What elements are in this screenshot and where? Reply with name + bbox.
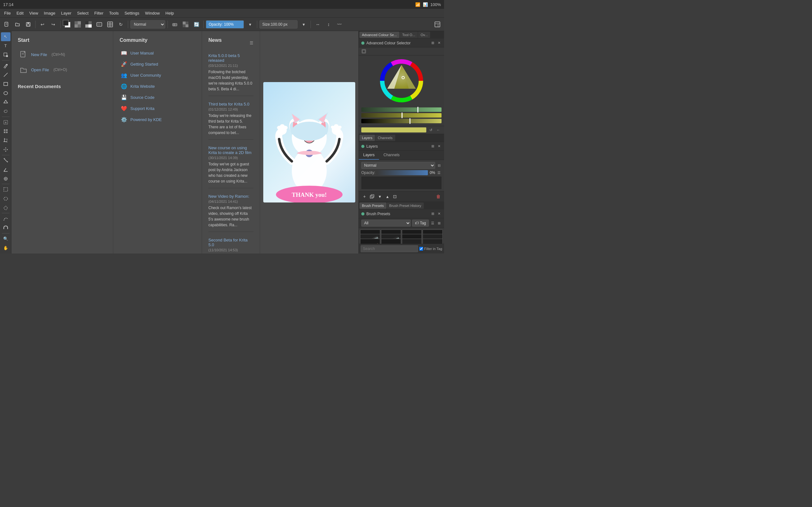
link-getting-started[interactable]: 🚀 Getting Started bbox=[119, 59, 195, 69]
gamut-triangle-icon[interactable] bbox=[361, 49, 366, 54]
news-title-1[interactable]: Third beta for Krita 5.0 bbox=[208, 102, 253, 107]
filter-layers-icon[interactable]: ⊟ bbox=[437, 163, 442, 168]
menu-settings[interactable]: Settings bbox=[122, 10, 142, 16]
news-panel[interactable]: News ☰ Krita 5.0.0 beta 5 released (03/1… bbox=[202, 31, 260, 253]
zoom-tool-btn[interactable]: 🔍 bbox=[1, 234, 10, 243]
crop-tool-btn[interactable] bbox=[1, 136, 10, 145]
foreground-color-btn[interactable] bbox=[63, 20, 72, 29]
news-title-0[interactable]: Krita 5.0.0 beta 5 released bbox=[208, 53, 253, 63]
move-layer-up-btn[interactable]: ▾ bbox=[376, 193, 384, 200]
elliptical-selection-btn[interactable] bbox=[1, 194, 10, 203]
layers-blend-mode-select[interactable]: Normal Multiply Screen bbox=[361, 162, 435, 169]
mirror-y-btn[interactable]: ↕ bbox=[324, 20, 334, 29]
contiguous-selection-btn[interactable] bbox=[1, 118, 10, 127]
opacity-slider[interactable] bbox=[377, 170, 428, 175]
channels-tab[interactable]: Channels bbox=[379, 151, 404, 160]
tag-btn[interactable]: 🏷 Tag bbox=[412, 220, 429, 227]
line-tool-btn[interactable] bbox=[1, 71, 10, 79]
pan-tool-btn[interactable]: ✋ bbox=[1, 243, 10, 252]
brush-preset-history-docker-tab[interactable]: Brush Preset History bbox=[387, 203, 424, 209]
close-brush-icon[interactable]: ✕ bbox=[437, 211, 442, 216]
refresh-colour-icon[interactable]: ↺ bbox=[427, 127, 434, 132]
tool-options-tab[interactable]: Tool O... bbox=[400, 32, 418, 38]
polygonal-selection-btn[interactable] bbox=[1, 204, 10, 212]
news-title-3[interactable]: New Video by Ramon: bbox=[208, 194, 253, 199]
news-title-2[interactable]: New course on using Krita to create a 2D… bbox=[208, 146, 253, 155]
smart-patch-btn[interactable] bbox=[1, 127, 10, 136]
pressure-btn[interactable]: 〰 bbox=[335, 20, 344, 29]
menu-filter[interactable]: Filter bbox=[92, 10, 106, 16]
brush-presets-docker-tab[interactable]: Brush Presets bbox=[359, 203, 386, 209]
redo-btn[interactable]: ↪ bbox=[49, 20, 58, 29]
menu-layer[interactable]: Layer bbox=[58, 10, 74, 16]
brush-tool-btn[interactable] bbox=[1, 61, 10, 70]
color-pattern-btn[interactable] bbox=[73, 20, 83, 29]
link-support-krita[interactable]: ❤️ Support Krita bbox=[119, 104, 195, 113]
link-source-code[interactable]: 💾 Source Code bbox=[119, 93, 195, 102]
save-document-btn[interactable] bbox=[23, 20, 33, 29]
rect-tool-btn[interactable] bbox=[1, 79, 10, 89]
brush-preset-8[interactable] bbox=[360, 239, 380, 244]
color-chooser-btn[interactable] bbox=[84, 20, 93, 29]
layers-docker-tab[interactable]: Layers bbox=[359, 135, 375, 141]
magnetic-selection-btn[interactable] bbox=[1, 223, 10, 232]
brush-category-select[interactable]: All bbox=[361, 220, 411, 227]
brush-view-list-icon[interactable]: ☰ bbox=[430, 221, 435, 226]
menu-select[interactable]: Select bbox=[74, 10, 91, 16]
prev-colour-icon[interactable]: ← bbox=[435, 127, 442, 132]
open-file-btn[interactable]: Open File (Ctrl+O) bbox=[18, 63, 107, 76]
transform-tool-btn[interactable] bbox=[1, 50, 10, 59]
link-user-manual[interactable]: 📖 User Manual bbox=[119, 48, 195, 58]
delete-layer-btn[interactable]: 🗑 bbox=[435, 193, 442, 200]
grid-btn[interactable] bbox=[105, 20, 115, 29]
menu-help[interactable]: Help bbox=[163, 10, 177, 16]
float-brush-icon[interactable]: ⊞ bbox=[430, 211, 435, 216]
size-dropdown-btn[interactable]: ▾ bbox=[299, 20, 308, 29]
undo-btn[interactable]: ↩ bbox=[38, 20, 47, 29]
brush-search-input[interactable] bbox=[361, 245, 418, 252]
bezier-selection-btn[interactable] bbox=[1, 214, 10, 223]
freehand-selection-btn[interactable] bbox=[1, 107, 10, 116]
opacity-control[interactable]: Opacity: 100% bbox=[206, 20, 244, 29]
open-document-btn[interactable] bbox=[13, 20, 22, 29]
new-file-btn[interactable]: New File (Ctrl+N) bbox=[18, 48, 107, 61]
preserve-alpha-btn[interactable] bbox=[181, 20, 190, 29]
menu-edit[interactable]: Edit bbox=[14, 10, 26, 16]
close-colour-icon[interactable]: ✕ bbox=[437, 41, 442, 46]
float-icon[interactable]: ⊞ bbox=[430, 41, 435, 46]
assistant-tool-btn[interactable] bbox=[1, 174, 10, 183]
polygon-tool-btn[interactable] bbox=[1, 98, 10, 107]
filter-in-tag-label[interactable]: Filter in Tag bbox=[419, 247, 442, 250]
layers-tab[interactable]: Layers bbox=[359, 151, 379, 160]
angle-tool-btn[interactable] bbox=[1, 165, 10, 174]
menu-window[interactable]: Window bbox=[142, 10, 162, 16]
brush-view-grid-icon[interactable]: ⊞ bbox=[437, 221, 442, 226]
colour-wheel-container[interactable] bbox=[359, 55, 444, 106]
menu-view[interactable]: View bbox=[27, 10, 41, 16]
size-control[interactable]: Size: 100.00 px bbox=[259, 20, 298, 29]
opacity-dropdown-btn[interactable]: ▾ bbox=[245, 20, 255, 29]
add-layer-btn[interactable]: + bbox=[361, 193, 368, 200]
measure-tool-btn[interactable] bbox=[1, 156, 10, 165]
move-tool-btn[interactable] bbox=[1, 145, 10, 154]
menu-image[interactable]: Image bbox=[41, 10, 58, 16]
float-layers-icon[interactable]: ⊞ bbox=[430, 144, 435, 149]
dockers-btn[interactable] bbox=[433, 20, 442, 29]
channels-docker-tab[interactable]: Channels bbox=[375, 135, 395, 141]
wrap-around-btn[interactable]: 🔄 bbox=[192, 20, 201, 29]
brush-preset-11[interactable] bbox=[422, 239, 443, 244]
select-tool-btn[interactable]: ↖ bbox=[1, 32, 10, 41]
move-layer-down-btn[interactable]: ▴ bbox=[384, 193, 391, 200]
rectangular-selection-btn[interactable] bbox=[1, 185, 10, 194]
new-document-btn[interactable] bbox=[2, 20, 11, 29]
link-krita-website[interactable]: 🌐 Krita Website bbox=[119, 81, 195, 91]
brush-preset-10[interactable] bbox=[402, 239, 422, 244]
blend-mode-select[interactable]: Normal Multiply Screen Overlay bbox=[131, 20, 165, 29]
link-powered-by-kde[interactable]: ⚙️ Powered by KDE bbox=[119, 115, 195, 124]
news-menu-icon[interactable]: ☰ bbox=[250, 41, 253, 45]
layer-options-icon[interactable]: ☰ bbox=[437, 170, 442, 175]
close-layers-icon[interactable]: ✕ bbox=[437, 144, 442, 149]
filter-in-tag-checkbox[interactable] bbox=[419, 247, 423, 250]
menu-file[interactable]: File bbox=[2, 10, 13, 16]
layer-properties-btn[interactable]: ⊡ bbox=[391, 193, 399, 200]
